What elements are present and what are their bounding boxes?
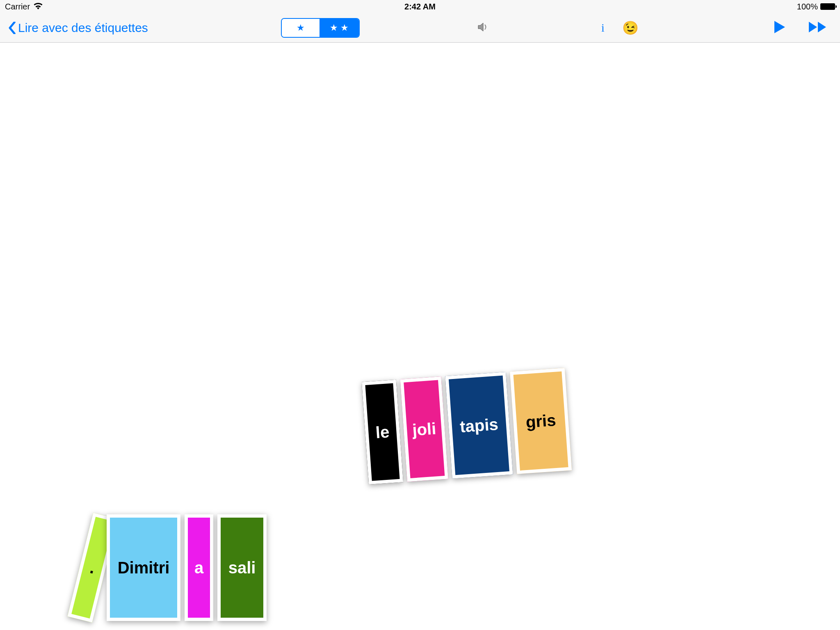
status-left: Carrier (5, 2, 43, 11)
word-tile-dimitri[interactable]: Dimitri (107, 514, 180, 621)
segment-two-star[interactable]: ★ ★ (320, 19, 359, 37)
wifi-icon (33, 2, 43, 11)
play-button[interactable] (772, 20, 787, 36)
speaker-button[interactable] (477, 21, 489, 35)
carrier-label: Carrier (5, 2, 30, 11)
clock: 2:42 AM (404, 2, 436, 11)
fast-forward-button[interactable] (808, 20, 829, 36)
battery-pct: 100% (797, 2, 818, 11)
fast-forward-icon (808, 20, 829, 36)
back-label: Lire avec des étiquettes (18, 21, 148, 35)
speaker-icon (477, 27, 489, 34)
word-tile-tapis[interactable]: tapis (445, 372, 513, 479)
difficulty-segmented-control[interactable]: ★ ★ ★ (281, 18, 360, 38)
status-right: 100% (797, 2, 835, 11)
chevron-left-icon (8, 22, 16, 34)
status-bar: Carrier 2:42 AM 100% (0, 0, 840, 13)
play-icon (772, 20, 787, 36)
word-group-a[interactable]: le joli tapis gris (362, 368, 572, 484)
activity-canvas[interactable]: le joli tapis gris . Dimitri a sali (0, 43, 840, 630)
word-tile-joli[interactable]: joli (400, 377, 448, 482)
battery-icon (820, 3, 835, 10)
segment-one-star[interactable]: ★ (282, 19, 320, 37)
word-tile-sali[interactable]: sali (217, 514, 267, 621)
info-button[interactable]: i (601, 21, 605, 34)
word-tile-a[interactable]: a (185, 514, 213, 621)
wink-emoji-icon: 😉 (622, 21, 639, 35)
word-tile-le[interactable]: le (362, 380, 403, 484)
word-tile-gris[interactable]: gris (510, 368, 572, 474)
back-button[interactable]: Lire avec des étiquettes (8, 21, 148, 35)
nav-bar: Lire avec des étiquettes ★ ★ ★ i 😉 (0, 13, 840, 43)
info-icon: i (601, 21, 605, 34)
word-group-b[interactable]: Dimitri a sali (107, 514, 267, 621)
emoji-button[interactable]: 😉 (622, 20, 639, 36)
